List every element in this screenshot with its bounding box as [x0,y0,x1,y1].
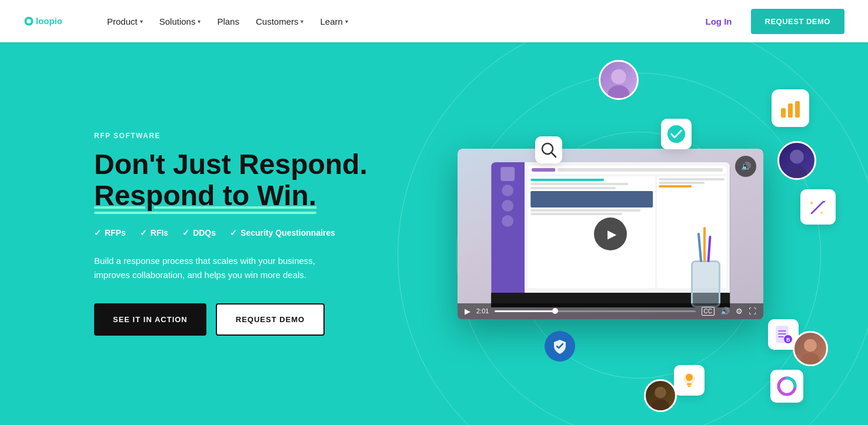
chevron-down-icon: ▾ [301,18,303,25]
hero-checks: ✓ RFPs ✓ RFIs ✓ DDQs ✓ Security Question… [94,228,400,237]
hero-eyebrow: RFP SOFTWARE [94,132,400,140]
video-progress-bar[interactable] [495,310,695,312]
video-progress-fill [495,310,555,312]
svg-point-4 [608,85,629,98]
svg-point-29 [801,353,820,364]
nav-item-learn[interactable]: Learn ▾ [313,12,355,31]
svg-text:✦: ✦ [809,200,814,206]
cc-button[interactable]: CC [702,307,715,316]
svg-point-30 [655,387,666,399]
svg-point-12 [787,166,807,178]
avatar-person-2 [777,141,816,180]
login-button[interactable]: Log In [696,12,742,31]
svg-marker-14 [823,200,826,203]
see-action-button[interactable]: SEE IT IN ACTION [94,303,206,336]
wand-icon: ✦ ✦ [800,189,836,225]
avatar-person-4 [644,379,677,412]
nav-item-plans[interactable]: Plans [210,12,246,31]
svg-rect-6 [788,103,793,118]
check-rfps: ✓ RFPs [94,228,126,237]
nav-item-product[interactable]: Product ▾ [100,12,150,31]
request-demo-button[interactable]: REQUEST DEMO [751,9,844,34]
svg-point-3 [611,69,626,85]
check-ddqs: ✓ DDQs [182,228,216,237]
svg-point-24 [686,374,693,381]
search-icon [535,136,562,163]
nav-links: Product ▾ Solutions ▾ Plans Customers ▾ … [100,12,696,31]
nav-item-solutions[interactable]: Solutions ▾ [152,12,208,31]
ring-icon [770,370,803,403]
chart-icon [772,89,809,127]
svg-rect-5 [781,108,786,118]
play-button[interactable]: ▶ [594,217,627,250]
chevron-down-icon: ▾ [345,18,348,25]
hero-content: RFP SOFTWARE Don't Just Respond. Respond… [94,132,400,336]
svg-rect-26 [687,386,691,387]
avatar-person-3 [793,331,828,366]
svg-point-11 [790,150,804,164]
avatar-person-1 [599,60,639,100]
fullscreen-icon[interactable]: ⛶ [749,307,756,316]
nav-actions: Log In REQUEST DEMO [696,9,844,34]
check-rfis: ✓ RFIs [140,228,168,237]
hero-demo-button[interactable]: REQUEST DEMO [216,303,325,336]
svg-rect-7 [795,101,800,118]
video-play-icon[interactable]: ▶ [465,307,470,316]
settings-icon[interactable]: ⚙ [736,307,743,316]
hero-buttons: SEE IT IN ACTION REQUEST DEMO [94,303,400,336]
volume-icon[interactable]: 🔊 [720,307,730,316]
chevron-down-icon: ▾ [198,18,201,25]
shield-icon [545,331,575,362]
hero-headline: Don't Just Respond. Respond to Win. [94,149,400,212]
svg-point-31 [652,399,669,410]
video-controls: ▶ 2:01 CC 🔊 ⚙ ⛶ [458,303,763,319]
play-icon: ▶ [607,227,616,241]
hero-description: Build a response process that scales wit… [94,254,353,282]
check-icon [661,119,692,149]
video-player[interactable]: ▶ 🔊 ▶ 2:01 CC 🔊 ⚙ ⛶ [458,149,763,319]
nav-item-customers[interactable]: Customers ▾ [249,12,311,31]
svg-text:loopio: loopio [36,16,62,26]
logo[interactable]: loopio [24,11,76,32]
sound-button[interactable]: 🔊 [735,156,756,177]
svg-point-8 [667,125,685,143]
svg-text:B: B [786,337,790,343]
bulb-icon [674,365,705,396]
check-security: ✓ Security Questionnaires [230,228,335,237]
svg-text:✦: ✦ [820,210,824,216]
navbar: loopio Product ▾ Solutions ▾ Plans Custo… [0,0,868,42]
svg-point-1 [26,19,31,24]
svg-line-10 [552,153,556,157]
svg-rect-25 [687,383,692,385]
video-timestamp: 2:01 [476,307,489,314]
svg-point-28 [804,339,817,352]
sound-icon: 🔊 [741,162,751,171]
chevron-down-icon: ▾ [140,18,143,25]
hero-video-area: ▶ 🔊 ▶ 2:01 CC 🔊 ⚙ ⛶ [400,149,821,319]
hero-section: ✦ ✦ B [0,42,868,425]
